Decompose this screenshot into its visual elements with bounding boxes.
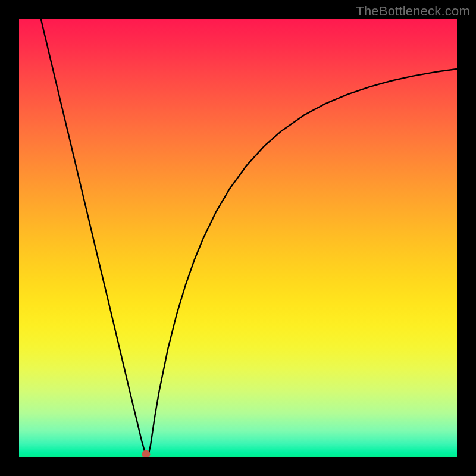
- plot-area: [19, 19, 457, 457]
- watermark-text: TheBottleneck.com: [356, 4, 470, 19]
- chart-frame: TheBottleneck.com: [0, 0, 476, 476]
- bottleneck-curve-path: [41, 19, 457, 456]
- bottleneck-curve-svg: [19, 19, 457, 457]
